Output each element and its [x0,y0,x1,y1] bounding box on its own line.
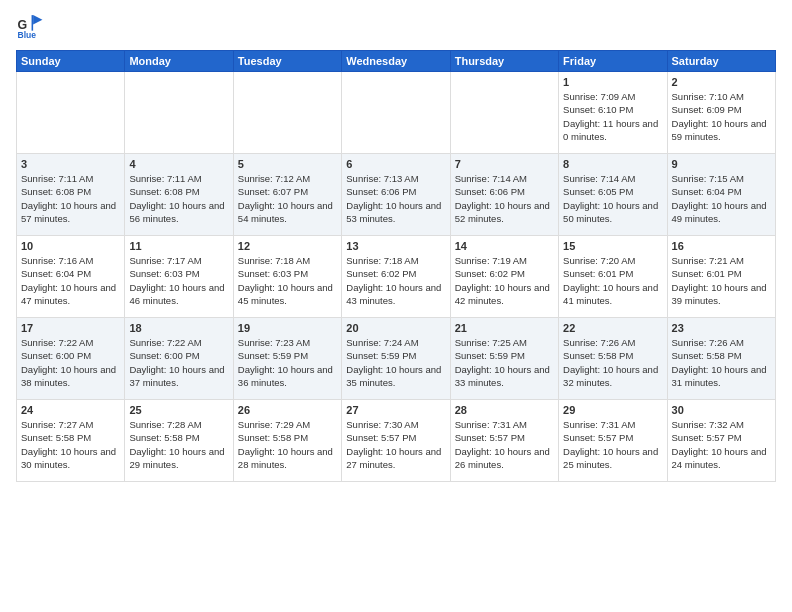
day-number: 25 [129,404,228,416]
calendar-cell: 15Sunrise: 7:20 AMSunset: 6:01 PMDayligh… [559,236,667,318]
day-info: Daylight: 10 hours and 56 minutes. [129,199,228,226]
svg-text:Blue: Blue [18,30,37,40]
day-info: Sunrise: 7:18 AM [238,254,337,267]
day-number: 26 [238,404,337,416]
calendar-cell [17,72,125,154]
day-info: Daylight: 10 hours and 38 minutes. [21,363,120,390]
calendar-cell: 8Sunrise: 7:14 AMSunset: 6:05 PMDaylight… [559,154,667,236]
day-info: Daylight: 10 hours and 25 minutes. [563,445,662,472]
col-header-friday: Friday [559,51,667,72]
day-info: Daylight: 10 hours and 28 minutes. [238,445,337,472]
day-info: Sunset: 6:00 PM [129,349,228,362]
day-info: Daylight: 10 hours and 41 minutes. [563,281,662,308]
day-info: Daylight: 10 hours and 47 minutes. [21,281,120,308]
day-info: Sunrise: 7:10 AM [672,90,771,103]
day-info: Sunrise: 7:14 AM [455,172,554,185]
calendar-cell: 14Sunrise: 7:19 AMSunset: 6:02 PMDayligh… [450,236,558,318]
day-info: Sunrise: 7:20 AM [563,254,662,267]
day-number: 28 [455,404,554,416]
calendar-cell: 4Sunrise: 7:11 AMSunset: 6:08 PMDaylight… [125,154,233,236]
day-number: 10 [21,240,120,252]
day-number: 3 [21,158,120,170]
col-header-saturday: Saturday [667,51,775,72]
day-number: 29 [563,404,662,416]
calendar-cell: 7Sunrise: 7:14 AMSunset: 6:06 PMDaylight… [450,154,558,236]
day-info: Daylight: 10 hours and 31 minutes. [672,363,771,390]
day-info: Sunset: 5:58 PM [21,431,120,444]
day-info: Sunset: 5:59 PM [238,349,337,362]
day-info: Sunrise: 7:12 AM [238,172,337,185]
calendar-cell [233,72,341,154]
day-number: 4 [129,158,228,170]
day-info: Sunset: 6:05 PM [563,185,662,198]
day-info: Sunset: 6:08 PM [129,185,228,198]
calendar-cell: 6Sunrise: 7:13 AMSunset: 6:06 PMDaylight… [342,154,450,236]
day-info: Daylight: 10 hours and 59 minutes. [672,117,771,144]
week-row-2: 3Sunrise: 7:11 AMSunset: 6:08 PMDaylight… [17,154,776,236]
day-info: Daylight: 10 hours and 50 minutes. [563,199,662,226]
day-info: Sunset: 6:01 PM [563,267,662,280]
day-number: 21 [455,322,554,334]
day-number: 13 [346,240,445,252]
day-info: Sunset: 5:57 PM [346,431,445,444]
day-info: Sunset: 6:02 PM [455,267,554,280]
calendar-table: SundayMondayTuesdayWednesdayThursdayFrid… [16,50,776,482]
day-number: 6 [346,158,445,170]
day-info: Sunrise: 7:28 AM [129,418,228,431]
calendar-cell: 23Sunrise: 7:26 AMSunset: 5:58 PMDayligh… [667,318,775,400]
day-number: 22 [563,322,662,334]
day-info: Daylight: 11 hours and 0 minutes. [563,117,662,144]
day-info: Sunset: 5:59 PM [346,349,445,362]
day-info: Daylight: 10 hours and 30 minutes. [21,445,120,472]
day-info: Sunrise: 7:26 AM [563,336,662,349]
day-info: Sunset: 5:58 PM [129,431,228,444]
day-info: Daylight: 10 hours and 35 minutes. [346,363,445,390]
day-info: Sunrise: 7:22 AM [129,336,228,349]
day-info: Sunset: 6:01 PM [672,267,771,280]
calendar-cell: 17Sunrise: 7:22 AMSunset: 6:00 PMDayligh… [17,318,125,400]
calendar-cell: 30Sunrise: 7:32 AMSunset: 5:57 PMDayligh… [667,400,775,482]
day-info: Sunset: 6:06 PM [346,185,445,198]
week-row-4: 17Sunrise: 7:22 AMSunset: 6:00 PMDayligh… [17,318,776,400]
day-number: 9 [672,158,771,170]
day-info: Daylight: 10 hours and 42 minutes. [455,281,554,308]
calendar-cell: 22Sunrise: 7:26 AMSunset: 5:58 PMDayligh… [559,318,667,400]
day-info: Sunrise: 7:19 AM [455,254,554,267]
col-header-thursday: Thursday [450,51,558,72]
day-number: 16 [672,240,771,252]
day-info: Sunset: 6:06 PM [455,185,554,198]
calendar-cell: 11Sunrise: 7:17 AMSunset: 6:03 PMDayligh… [125,236,233,318]
calendar-cell: 19Sunrise: 7:23 AMSunset: 5:59 PMDayligh… [233,318,341,400]
day-info: Sunset: 6:07 PM [238,185,337,198]
day-info: Sunrise: 7:32 AM [672,418,771,431]
day-info: Sunrise: 7:11 AM [21,172,120,185]
day-number: 27 [346,404,445,416]
day-info: Sunrise: 7:25 AM [455,336,554,349]
day-number: 24 [21,404,120,416]
calendar-cell: 1Sunrise: 7:09 AMSunset: 6:10 PMDaylight… [559,72,667,154]
day-info: Sunset: 5:58 PM [563,349,662,362]
day-info: Sunrise: 7:21 AM [672,254,771,267]
calendar-cell [125,72,233,154]
logo: G Blue [16,12,48,40]
day-info: Daylight: 10 hours and 37 minutes. [129,363,228,390]
day-info: Daylight: 10 hours and 39 minutes. [672,281,771,308]
header: G Blue [16,12,776,40]
calendar-cell: 2Sunrise: 7:10 AMSunset: 6:09 PMDaylight… [667,72,775,154]
day-info: Daylight: 10 hours and 57 minutes. [21,199,120,226]
day-info: Daylight: 10 hours and 29 minutes. [129,445,228,472]
day-info: Sunrise: 7:11 AM [129,172,228,185]
week-row-1: 1Sunrise: 7:09 AMSunset: 6:10 PMDaylight… [17,72,776,154]
calendar-cell [450,72,558,154]
col-header-wednesday: Wednesday [342,51,450,72]
logo-icon: G Blue [16,12,44,40]
day-info: Sunrise: 7:31 AM [563,418,662,431]
day-info: Daylight: 10 hours and 24 minutes. [672,445,771,472]
calendar-cell: 12Sunrise: 7:18 AMSunset: 6:03 PMDayligh… [233,236,341,318]
day-info: Sunset: 6:04 PM [21,267,120,280]
day-info: Daylight: 10 hours and 53 minutes. [346,199,445,226]
calendar-cell: 10Sunrise: 7:16 AMSunset: 6:04 PMDayligh… [17,236,125,318]
calendar-cell: 13Sunrise: 7:18 AMSunset: 6:02 PMDayligh… [342,236,450,318]
day-number: 17 [21,322,120,334]
day-info: Sunset: 5:58 PM [238,431,337,444]
